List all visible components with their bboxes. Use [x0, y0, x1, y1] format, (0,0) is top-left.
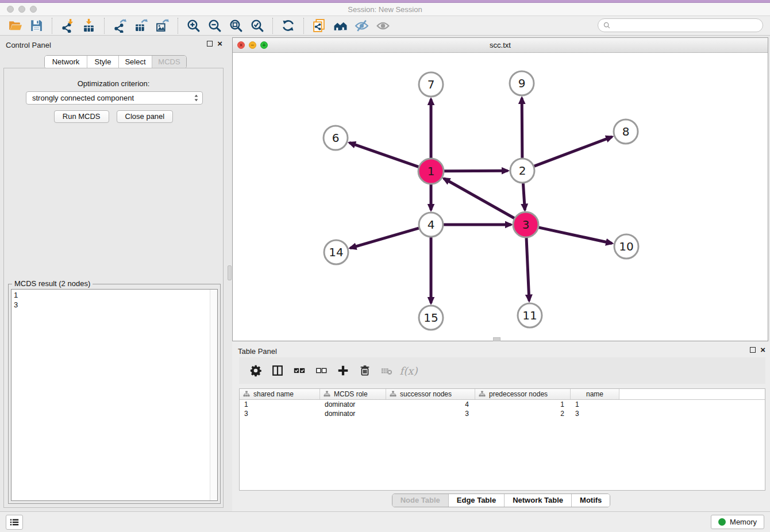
column-header-name[interactable]: name — [571, 389, 619, 399]
node-9[interactable]: 9 — [510, 71, 534, 95]
cell-shared-name[interactable]: 3 — [240, 409, 320, 418]
tab-motifs[interactable]: Motifs — [572, 494, 610, 507]
column-header-MCDS-role[interactable]: MCDS role — [320, 389, 386, 399]
hide-selected-icon[interactable] — [354, 18, 369, 33]
zoom-in-icon[interactable] — [186, 18, 201, 33]
node-11[interactable]: 11 — [518, 303, 542, 327]
open-session-icon[interactable] — [7, 18, 23, 33]
show-all-icon[interactable] — [375, 18, 391, 33]
edge-1-2[interactable] — [444, 171, 507, 171]
node-14[interactable]: 14 — [324, 240, 348, 264]
edge-2-9[interactable] — [522, 99, 522, 157]
settings-icon[interactable] — [248, 363, 263, 378]
export-network-icon[interactable] — [112, 18, 128, 33]
zoom-fit-icon[interactable] — [228, 18, 244, 33]
export-image-icon[interactable] — [155, 18, 170, 33]
criterion-select[interactable]: strongly connected component — [26, 91, 203, 105]
cell-predecessor-nodes[interactable]: 1 — [475, 400, 571, 409]
close-table-panel-icon[interactable]: × — [760, 346, 765, 353]
node-4[interactable]: 4 — [419, 213, 443, 237]
float-panel-icon[interactable] — [207, 41, 213, 47]
memory-button[interactable]: Memory — [711, 515, 764, 529]
refresh-network-icon[interactable] — [280, 18, 296, 33]
edge-3-10[interactable] — [538, 228, 611, 243]
column-header-shared-name[interactable]: shared name — [240, 389, 320, 399]
node-6[interactable]: 6 — [324, 126, 348, 150]
close-panel-icon[interactable]: × — [217, 40, 222, 47]
search-field[interactable] — [598, 18, 763, 32]
node-3[interactable]: 3 — [513, 212, 538, 237]
delete-row-icon[interactable] — [357, 363, 372, 378]
node-1[interactable]: 1 — [418, 159, 444, 184]
deselect-all-icon[interactable] — [314, 363, 329, 378]
panel-splitter-vertical[interactable] — [227, 36, 232, 511]
close-panel-button[interactable]: Close panel — [117, 110, 174, 123]
edge-2-8[interactable] — [535, 137, 611, 166]
float-table-panel-icon[interactable] — [750, 347, 756, 353]
search-input[interactable] — [611, 20, 763, 31]
edge-3-11[interactable] — [526, 238, 529, 300]
canvas-splitter-grip-icon[interactable] — [493, 337, 500, 341]
cell-shared-name[interactable]: 1 — [240, 400, 320, 409]
show-panels-button[interactable] — [6, 515, 23, 530]
select-all-icon[interactable] — [292, 363, 307, 378]
cell-name[interactable]: 1 — [571, 400, 619, 409]
cell-MCDS-role[interactable]: dominator — [320, 409, 386, 418]
mcds-result-list[interactable]: 13 — [11, 289, 218, 501]
import-network-icon[interactable] — [60, 18, 75, 33]
node-table: shared nameMCDS rolesuccessor nodesprede… — [239, 388, 765, 491]
network-window-titlebar[interactable]: × − + scc.txt — [233, 38, 768, 53]
columns-icon[interactable] — [270, 363, 285, 378]
network-graph[interactable]: 7968124314101511 — [233, 53, 768, 341]
column-header-predecessor-nodes[interactable]: predecessor nodes — [475, 389, 571, 399]
function-builder-icon: f(x) — [401, 363, 416, 378]
node-8[interactable]: 8 — [614, 119, 638, 144]
edge-4-14[interactable] — [351, 228, 418, 248]
tab-mcds[interactable]: MCDS — [152, 56, 186, 68]
tab-network[interactable]: Network — [45, 56, 87, 68]
import-table-icon[interactable] — [81, 18, 97, 33]
node-15[interactable]: 15 — [419, 306, 443, 330]
cell-successor-nodes[interactable]: 4 — [386, 400, 475, 409]
tab-node-table[interactable]: Node Table — [392, 494, 449, 507]
new-network-from-selection-icon[interactable] — [311, 18, 327, 33]
run-mcds-button[interactable]: Run MCDS — [54, 110, 109, 123]
main-area: Control Panel × NetworkStyleSelectMCDS O… — [0, 36, 770, 511]
export-table-icon[interactable] — [133, 18, 149, 33]
svg-text:15: 15 — [424, 311, 438, 325]
tab-network-table[interactable]: Network Table — [505, 494, 572, 507]
cell-name[interactable]: 3 — [571, 409, 619, 418]
control-panel-header: Control Panel × — [0, 36, 227, 54]
cell-MCDS-role[interactable]: dominator — [320, 400, 386, 409]
result-scrollbar[interactable] — [210, 290, 217, 500]
splitter-grip-icon[interactable] — [228, 265, 232, 280]
node-2[interactable]: 2 — [510, 159, 534, 183]
svg-text:2: 2 — [519, 164, 526, 178]
first-neighbors-icon[interactable] — [333, 18, 348, 33]
table-row[interactable]: 3dominator323 — [240, 409, 765, 418]
svg-text:14: 14 — [329, 245, 343, 259]
save-session-icon[interactable] — [29, 18, 44, 33]
cell-successor-nodes[interactable]: 3 — [386, 409, 475, 418]
tab-edge-table[interactable]: Edge Table — [449, 494, 505, 507]
add-row-icon[interactable] — [336, 363, 351, 378]
tab-select[interactable]: Select — [119, 56, 152, 68]
edge-1-6[interactable] — [350, 143, 418, 167]
node-7[interactable]: 7 — [419, 72, 443, 97]
network-canvas[interactable]: 7968124314101511 — [233, 53, 768, 341]
column-header-successor-nodes[interactable]: successor nodes — [386, 389, 475, 399]
edge-3-1[interactable] — [445, 179, 514, 218]
zoom-out-icon[interactable] — [207, 18, 222, 33]
cell-predecessor-nodes[interactable]: 2 — [475, 409, 571, 418]
table-row[interactable]: 1dominator411 — [240, 400, 765, 409]
edge-2-3[interactable] — [523, 184, 525, 209]
toolbar-separator — [303, 18, 304, 34]
zoom-selected-icon[interactable] — [249, 18, 265, 33]
svg-text:3: 3 — [522, 218, 530, 232]
tab-style[interactable]: Style — [87, 56, 119, 68]
memory-button-label: Memory — [730, 518, 757, 526]
control-panel-title: Control Panel — [6, 41, 51, 49]
node-10[interactable]: 10 — [614, 234, 638, 259]
svg-text:1: 1 — [428, 164, 435, 178]
svg-text:10: 10 — [619, 240, 633, 253]
